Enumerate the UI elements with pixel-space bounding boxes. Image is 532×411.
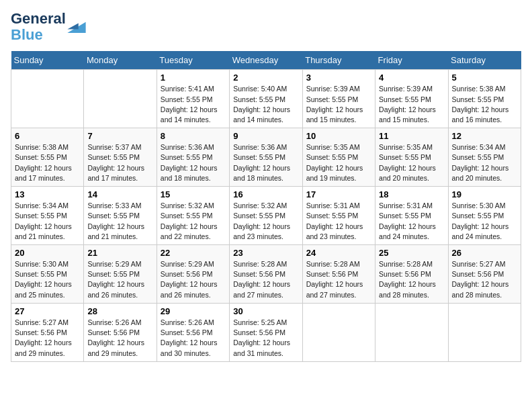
svg-marker-1 (67, 24, 78, 30)
day-cell: 28Sunrise: 5:26 AM Sunset: 5:56 PM Dayli… (84, 303, 157, 361)
day-number: 14 (87, 189, 152, 199)
day-cell: 27Sunrise: 5:27 AM Sunset: 5:56 PM Dayli… (11, 303, 84, 361)
header-cell-sunday: Sunday (11, 51, 84, 70)
day-cell: 6Sunrise: 5:38 AM Sunset: 5:55 PM Daylig… (11, 128, 84, 187)
day-number: 6 (15, 131, 80, 141)
header-cell-tuesday: Tuesday (157, 51, 229, 70)
day-number: 13 (15, 189, 80, 199)
day-cell: 3Sunrise: 5:39 AM Sunset: 5:55 PM Daylig… (302, 70, 375, 128)
day-cell: 12Sunrise: 5:34 AM Sunset: 5:55 PM Dayli… (448, 128, 521, 187)
day-info: Sunrise: 5:32 AM Sunset: 5:55 PM Dayligh… (161, 201, 226, 242)
day-number: 30 (233, 306, 298, 316)
header-cell-friday: Friday (375, 51, 448, 70)
day-number: 21 (87, 248, 152, 258)
week-row-5: 27Sunrise: 5:27 AM Sunset: 5:56 PM Dayli… (11, 303, 521, 361)
day-cell: 18Sunrise: 5:31 AM Sunset: 5:55 PM Dayli… (375, 187, 448, 245)
day-info: Sunrise: 5:34 AM Sunset: 5:55 PM Dayligh… (452, 142, 517, 183)
day-info: Sunrise: 5:37 AM Sunset: 5:55 PM Dayligh… (87, 142, 152, 183)
day-cell: 17Sunrise: 5:31 AM Sunset: 5:55 PM Dayli… (302, 187, 375, 245)
day-info: Sunrise: 5:36 AM Sunset: 5:55 PM Dayligh… (161, 142, 226, 183)
day-cell: 10Sunrise: 5:35 AM Sunset: 5:55 PM Dayli… (302, 128, 375, 187)
day-number: 5 (452, 73, 517, 83)
week-row-4: 20Sunrise: 5:30 AM Sunset: 5:55 PM Dayli… (11, 245, 521, 304)
day-cell: 11Sunrise: 5:35 AM Sunset: 5:55 PM Dayli… (375, 128, 448, 187)
day-info: Sunrise: 5:32 AM Sunset: 5:55 PM Dayligh… (233, 201, 298, 242)
logo-text: GeneralBlue (11, 11, 66, 43)
day-number: 12 (452, 131, 517, 141)
day-cell: 9Sunrise: 5:36 AM Sunset: 5:55 PM Daylig… (230, 128, 302, 187)
day-info: Sunrise: 5:38 AM Sunset: 5:55 PM Dayligh… (15, 142, 80, 183)
day-number: 11 (379, 131, 444, 141)
day-cell: 16Sunrise: 5:32 AM Sunset: 5:55 PM Dayli… (230, 187, 302, 245)
day-number: 18 (379, 189, 444, 199)
header-row: SundayMondayTuesdayWednesdayThursdayFrid… (11, 51, 521, 70)
day-number: 4 (379, 73, 444, 83)
day-number: 26 (452, 248, 517, 258)
day-cell: 1Sunrise: 5:41 AM Sunset: 5:55 PM Daylig… (157, 70, 229, 128)
day-number: 27 (15, 306, 80, 316)
day-cell (448, 303, 521, 361)
day-number: 25 (379, 248, 444, 258)
day-info: Sunrise: 5:28 AM Sunset: 5:56 PM Dayligh… (306, 259, 371, 300)
header-cell-monday: Monday (84, 51, 157, 70)
day-info: Sunrise: 5:38 AM Sunset: 5:55 PM Dayligh… (452, 84, 517, 125)
logo-icon (67, 19, 86, 33)
day-cell (11, 70, 84, 128)
day-info: Sunrise: 5:26 AM Sunset: 5:56 PM Dayligh… (161, 318, 226, 359)
day-cell: 23Sunrise: 5:28 AM Sunset: 5:56 PM Dayli… (230, 245, 302, 304)
day-number: 23 (233, 248, 298, 258)
week-row-3: 13Sunrise: 5:34 AM Sunset: 5:55 PM Dayli… (11, 187, 521, 245)
day-info: Sunrise: 5:30 AM Sunset: 5:55 PM Dayligh… (452, 201, 517, 242)
day-cell: 13Sunrise: 5:34 AM Sunset: 5:55 PM Dayli… (11, 187, 84, 245)
day-cell (375, 303, 448, 361)
day-info: Sunrise: 5:31 AM Sunset: 5:55 PM Dayligh… (306, 201, 371, 242)
day-info: Sunrise: 5:28 AM Sunset: 5:56 PM Dayligh… (379, 259, 444, 300)
day-number: 2 (233, 73, 298, 83)
day-info: Sunrise: 5:41 AM Sunset: 5:55 PM Dayligh… (161, 84, 226, 125)
day-cell: 14Sunrise: 5:33 AM Sunset: 5:55 PM Dayli… (84, 187, 157, 245)
day-cell: 29Sunrise: 5:26 AM Sunset: 5:56 PM Dayli… (157, 303, 229, 361)
day-cell: 8Sunrise: 5:36 AM Sunset: 5:55 PM Daylig… (157, 128, 229, 187)
page-header: GeneralBlue (11, 11, 521, 43)
day-info: Sunrise: 5:34 AM Sunset: 5:55 PM Dayligh… (15, 201, 80, 242)
header-cell-saturday: Saturday (448, 51, 521, 70)
day-cell (302, 303, 375, 361)
day-cell: 20Sunrise: 5:30 AM Sunset: 5:55 PM Dayli… (11, 245, 84, 304)
day-number: 15 (161, 189, 226, 199)
day-number: 17 (306, 189, 371, 199)
day-cell: 22Sunrise: 5:29 AM Sunset: 5:56 PM Dayli… (157, 245, 229, 304)
day-number: 16 (233, 189, 298, 199)
week-row-2: 6Sunrise: 5:38 AM Sunset: 5:55 PM Daylig… (11, 128, 521, 187)
day-info: Sunrise: 5:31 AM Sunset: 5:55 PM Dayligh… (379, 201, 444, 242)
day-info: Sunrise: 5:29 AM Sunset: 5:56 PM Dayligh… (161, 259, 226, 300)
day-number: 19 (452, 189, 517, 199)
day-cell: 25Sunrise: 5:28 AM Sunset: 5:56 PM Dayli… (375, 245, 448, 304)
day-number: 29 (161, 306, 226, 316)
day-cell: 15Sunrise: 5:32 AM Sunset: 5:55 PM Dayli… (157, 187, 229, 245)
day-cell: 5Sunrise: 5:38 AM Sunset: 5:55 PM Daylig… (448, 70, 521, 128)
day-number: 3 (306, 73, 371, 83)
day-info: Sunrise: 5:30 AM Sunset: 5:55 PM Dayligh… (15, 259, 80, 300)
week-row-1: 1Sunrise: 5:41 AM Sunset: 5:55 PM Daylig… (11, 70, 521, 128)
header-cell-wednesday: Wednesday (230, 51, 302, 70)
day-cell (84, 70, 157, 128)
day-number: 9 (233, 131, 298, 141)
day-cell: 4Sunrise: 5:39 AM Sunset: 5:55 PM Daylig… (375, 70, 448, 128)
day-info: Sunrise: 5:27 AM Sunset: 5:56 PM Dayligh… (452, 259, 517, 300)
day-number: 24 (306, 248, 371, 258)
day-info: Sunrise: 5:28 AM Sunset: 5:56 PM Dayligh… (233, 259, 298, 300)
day-info: Sunrise: 5:35 AM Sunset: 5:55 PM Dayligh… (379, 142, 444, 183)
day-cell: 7Sunrise: 5:37 AM Sunset: 5:55 PM Daylig… (84, 128, 157, 187)
day-number: 20 (15, 248, 80, 258)
day-info: Sunrise: 5:39 AM Sunset: 5:55 PM Dayligh… (306, 84, 371, 125)
header-cell-thursday: Thursday (302, 51, 375, 70)
logo: GeneralBlue (11, 11, 86, 43)
day-info: Sunrise: 5:25 AM Sunset: 5:56 PM Dayligh… (233, 318, 298, 359)
day-number: 10 (306, 131, 371, 141)
day-cell: 24Sunrise: 5:28 AM Sunset: 5:56 PM Dayli… (302, 245, 375, 304)
day-number: 1 (161, 73, 226, 83)
day-info: Sunrise: 5:27 AM Sunset: 5:56 PM Dayligh… (15, 318, 80, 359)
day-info: Sunrise: 5:36 AM Sunset: 5:55 PM Dayligh… (233, 142, 298, 183)
day-info: Sunrise: 5:39 AM Sunset: 5:55 PM Dayligh… (379, 84, 444, 125)
day-info: Sunrise: 5:35 AM Sunset: 5:55 PM Dayligh… (306, 142, 371, 183)
